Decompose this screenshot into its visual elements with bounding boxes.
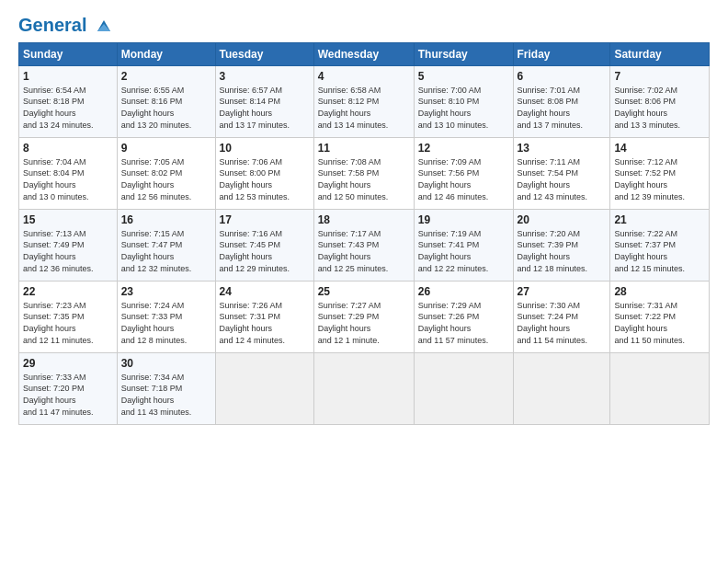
day-number: 15 bbox=[23, 213, 113, 226]
day-number: 10 bbox=[220, 142, 310, 155]
calendar-cell: 25 Sunrise: 7:27 AM Sunset: 7:29 PM Dayl… bbox=[313, 281, 414, 352]
day-number: 4 bbox=[318, 70, 410, 83]
calendar-cell: 22 Sunrise: 7:23 AM Sunset: 7:35 PM Dayl… bbox=[19, 281, 118, 352]
day-number: 29 bbox=[23, 357, 113, 370]
day-info: Sunrise: 7:00 AM Sunset: 8:10 PM Dayligh… bbox=[418, 85, 509, 131]
day-number: 12 bbox=[418, 142, 509, 155]
day-info: Sunrise: 7:01 AM Sunset: 8:08 PM Dayligh… bbox=[518, 85, 607, 131]
calendar-cell bbox=[215, 352, 313, 424]
day-number: 25 bbox=[318, 285, 410, 298]
calendar-cell: 12 Sunrise: 7:09 AM Sunset: 7:56 PM Dayl… bbox=[414, 137, 513, 209]
day-number: 30 bbox=[121, 357, 211, 370]
col-wednesday: Wednesday bbox=[313, 42, 414, 65]
calendar-cell: 18 Sunrise: 7:17 AM Sunset: 7:43 PM Dayl… bbox=[313, 209, 414, 281]
day-info: Sunrise: 7:34 AM Sunset: 7:18 PM Dayligh… bbox=[121, 372, 211, 418]
day-info: Sunrise: 7:05 AM Sunset: 8:02 PM Dayligh… bbox=[121, 156, 211, 202]
day-info: Sunrise: 7:20 AM Sunset: 7:39 PM Dayligh… bbox=[518, 228, 607, 274]
calendar-cell: 24 Sunrise: 7:26 AM Sunset: 7:31 PM Dayl… bbox=[215, 281, 313, 352]
day-number: 20 bbox=[518, 213, 607, 226]
day-number: 7 bbox=[614, 70, 705, 83]
day-number: 28 bbox=[614, 285, 705, 298]
calendar-cell: 4 Sunrise: 6:58 AM Sunset: 8:12 PM Dayli… bbox=[313, 65, 414, 137]
day-info: Sunrise: 6:58 AM Sunset: 8:12 PM Dayligh… bbox=[318, 85, 410, 131]
day-info: Sunrise: 6:54 AM Sunset: 8:18 PM Dayligh… bbox=[23, 85, 113, 131]
calendar-cell bbox=[414, 352, 513, 424]
calendar-week-3: 15 Sunrise: 7:13 AM Sunset: 7:49 PM Dayl… bbox=[19, 209, 710, 281]
day-number: 22 bbox=[23, 285, 113, 298]
col-tuesday: Tuesday bbox=[215, 42, 313, 65]
calendar-cell: 8 Sunrise: 7:04 AM Sunset: 8:04 PM Dayli… bbox=[19, 137, 118, 209]
logo: General bbox=[18, 15, 114, 33]
day-info: Sunrise: 6:57 AM Sunset: 8:14 PM Dayligh… bbox=[220, 85, 310, 131]
col-thursday: Thursday bbox=[414, 42, 513, 65]
day-number: 23 bbox=[121, 285, 211, 298]
day-info: Sunrise: 7:31 AM Sunset: 7:22 PM Dayligh… bbox=[614, 300, 705, 346]
day-info: Sunrise: 7:26 AM Sunset: 7:31 PM Dayligh… bbox=[220, 300, 310, 346]
day-number: 13 bbox=[518, 142, 607, 155]
calendar-cell: 5 Sunrise: 7:00 AM Sunset: 8:10 PM Dayli… bbox=[414, 65, 513, 137]
calendar-cell: 9 Sunrise: 7:05 AM Sunset: 8:02 PM Dayli… bbox=[117, 137, 215, 209]
day-number: 26 bbox=[418, 285, 509, 298]
header: General bbox=[18, 15, 710, 33]
day-number: 27 bbox=[518, 285, 607, 298]
day-number: 8 bbox=[23, 142, 113, 155]
calendar-cell: 2 Sunrise: 6:55 AM Sunset: 8:16 PM Dayli… bbox=[117, 65, 215, 137]
calendar-cell: 10 Sunrise: 7:06 AM Sunset: 8:00 PM Dayl… bbox=[215, 137, 313, 209]
calendar-cell: 3 Sunrise: 6:57 AM Sunset: 8:14 PM Dayli… bbox=[215, 65, 313, 137]
day-info: Sunrise: 7:11 AM Sunset: 7:54 PM Dayligh… bbox=[518, 156, 607, 202]
day-number: 6 bbox=[518, 70, 607, 83]
day-number: 21 bbox=[614, 213, 705, 226]
day-info: Sunrise: 7:15 AM Sunset: 7:47 PM Dayligh… bbox=[121, 228, 211, 274]
day-number: 16 bbox=[121, 213, 211, 226]
calendar-cell: 11 Sunrise: 7:08 AM Sunset: 7:58 PM Dayl… bbox=[313, 137, 414, 209]
calendar-cell: 6 Sunrise: 7:01 AM Sunset: 8:08 PM Dayli… bbox=[513, 65, 610, 137]
calendar-cell: 14 Sunrise: 7:12 AM Sunset: 7:52 PM Dayl… bbox=[610, 137, 710, 209]
page: General Sunday Monday Tuesday bbox=[0, 0, 728, 563]
day-info: Sunrise: 7:12 AM Sunset: 7:52 PM Dayligh… bbox=[614, 156, 705, 202]
calendar-cell: 26 Sunrise: 7:29 AM Sunset: 7:26 PM Dayl… bbox=[414, 281, 513, 352]
calendar-cell: 16 Sunrise: 7:15 AM Sunset: 7:47 PM Dayl… bbox=[117, 209, 215, 281]
calendar-cell: 21 Sunrise: 7:22 AM Sunset: 7:37 PM Dayl… bbox=[610, 209, 710, 281]
calendar-cell bbox=[513, 352, 610, 424]
day-info: Sunrise: 7:23 AM Sunset: 7:35 PM Dayligh… bbox=[23, 300, 113, 346]
day-number: 18 bbox=[318, 213, 410, 226]
day-info: Sunrise: 7:24 AM Sunset: 7:33 PM Dayligh… bbox=[121, 300, 211, 346]
calendar-cell: 1 Sunrise: 6:54 AM Sunset: 8:18 PM Dayli… bbox=[19, 65, 118, 137]
day-info: Sunrise: 7:16 AM Sunset: 7:45 PM Dayligh… bbox=[220, 228, 310, 274]
day-info: Sunrise: 6:55 AM Sunset: 8:16 PM Dayligh… bbox=[121, 85, 211, 131]
col-sunday: Sunday bbox=[19, 42, 118, 65]
day-info: Sunrise: 7:13 AM Sunset: 7:49 PM Dayligh… bbox=[23, 228, 113, 274]
calendar-cell: 27 Sunrise: 7:30 AM Sunset: 7:24 PM Dayl… bbox=[513, 281, 610, 352]
day-number: 11 bbox=[318, 142, 410, 155]
col-monday: Monday bbox=[117, 42, 215, 65]
day-number: 17 bbox=[220, 213, 310, 226]
calendar-week-5: 29 Sunrise: 7:33 AM Sunset: 7:20 PM Dayl… bbox=[19, 352, 710, 424]
day-info: Sunrise: 7:17 AM Sunset: 7:43 PM Dayligh… bbox=[318, 228, 410, 274]
day-number: 19 bbox=[418, 213, 509, 226]
col-saturday: Saturday bbox=[610, 42, 710, 65]
day-info: Sunrise: 7:22 AM Sunset: 7:37 PM Dayligh… bbox=[614, 228, 705, 274]
calendar-week-4: 22 Sunrise: 7:23 AM Sunset: 7:35 PM Dayl… bbox=[19, 281, 710, 352]
day-number: 24 bbox=[220, 285, 310, 298]
calendar-cell: 19 Sunrise: 7:19 AM Sunset: 7:41 PM Dayl… bbox=[414, 209, 513, 281]
calendar-cell: 13 Sunrise: 7:11 AM Sunset: 7:54 PM Dayl… bbox=[513, 137, 610, 209]
day-info: Sunrise: 7:04 AM Sunset: 8:04 PM Dayligh… bbox=[23, 156, 113, 202]
calendar-cell: 15 Sunrise: 7:13 AM Sunset: 7:49 PM Dayl… bbox=[19, 209, 118, 281]
calendar-cell bbox=[610, 352, 710, 424]
calendar-cell: 29 Sunrise: 7:33 AM Sunset: 7:20 PM Dayl… bbox=[19, 352, 118, 424]
header-row: Sunday Monday Tuesday Wednesday Thursday… bbox=[19, 42, 710, 65]
calendar-cell: 28 Sunrise: 7:31 AM Sunset: 7:22 PM Dayl… bbox=[610, 281, 710, 352]
calendar-week-1: 1 Sunrise: 6:54 AM Sunset: 8:18 PM Dayli… bbox=[19, 65, 710, 137]
day-info: Sunrise: 7:09 AM Sunset: 7:56 PM Dayligh… bbox=[418, 156, 509, 202]
calendar-cell: 20 Sunrise: 7:20 AM Sunset: 7:39 PM Dayl… bbox=[513, 209, 610, 281]
calendar-cell: 7 Sunrise: 7:02 AM Sunset: 8:06 PM Dayli… bbox=[610, 65, 710, 137]
day-number: 9 bbox=[121, 142, 211, 155]
day-number: 3 bbox=[220, 70, 310, 83]
day-info: Sunrise: 7:19 AM Sunset: 7:41 PM Dayligh… bbox=[418, 228, 509, 274]
day-info: Sunrise: 7:06 AM Sunset: 8:00 PM Dayligh… bbox=[220, 156, 310, 202]
day-info: Sunrise: 7:33 AM Sunset: 7:20 PM Dayligh… bbox=[23, 372, 113, 418]
day-number: 14 bbox=[614, 142, 705, 155]
calendar-cell bbox=[313, 352, 414, 424]
day-info: Sunrise: 7:02 AM Sunset: 8:06 PM Dayligh… bbox=[614, 85, 705, 131]
day-number: 2 bbox=[121, 70, 211, 83]
